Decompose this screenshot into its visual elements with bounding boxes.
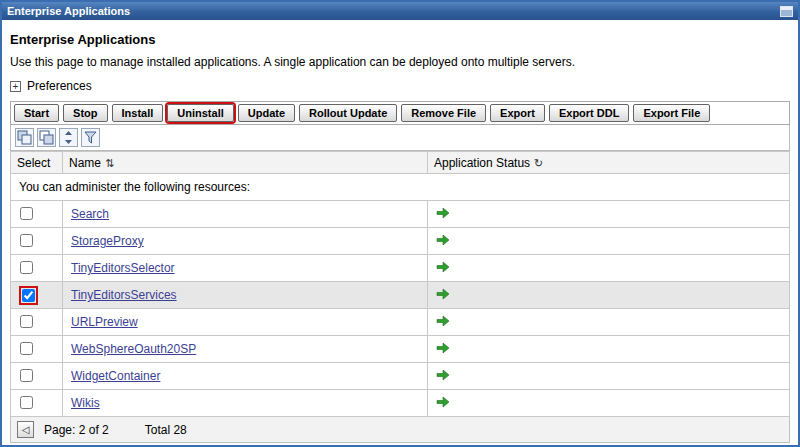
table-caption-row: You can administer the following resourc… bbox=[11, 174, 790, 201]
status-started-icon bbox=[436, 316, 450, 330]
table-toolbar bbox=[10, 125, 790, 151]
app-link[interactable]: Search bbox=[71, 207, 109, 221]
hide-filter-icon[interactable] bbox=[81, 128, 100, 147]
sort-name-icon[interactable]: ⇅ bbox=[105, 157, 114, 169]
app-link[interactable]: Wikis bbox=[71, 396, 100, 410]
row-checkbox[interactable] bbox=[20, 234, 33, 247]
previous-page-button[interactable]: ◁ bbox=[17, 421, 34, 438]
table-row: WebSphereOauth20SP bbox=[11, 336, 790, 363]
status-started-icon bbox=[436, 289, 450, 303]
titlebar-window-icon[interactable] bbox=[780, 6, 793, 17]
page-indicator: Page: 2 of 2 bbox=[44, 423, 109, 437]
export-ddl-button[interactable]: Export DDL bbox=[549, 104, 630, 122]
table-caption: You can administer the following resourc… bbox=[11, 174, 790, 201]
action-toolbar: Start Stop Install Uninstall Update Roll… bbox=[10, 101, 790, 125]
table-row: WidgetContainer bbox=[11, 363, 790, 390]
row-checkbox[interactable] bbox=[20, 396, 33, 409]
stop-button[interactable]: Stop bbox=[63, 104, 107, 122]
app-link[interactable]: WebSphereOauth20SP bbox=[71, 342, 196, 356]
column-header-name: Name⇅ bbox=[63, 152, 428, 174]
preferences-label: Preferences bbox=[27, 79, 92, 93]
status-started-icon bbox=[436, 370, 450, 384]
table-row: TinyEditorsServices bbox=[11, 282, 790, 309]
applications-table: Select Name⇅ Application Status↻ You can… bbox=[10, 151, 790, 417]
table-row: StorageProxy bbox=[11, 228, 790, 255]
app-link[interactable]: StorageProxy bbox=[71, 234, 144, 248]
app-link[interactable]: URLPreview bbox=[71, 315, 138, 329]
page-description: Use this page to manage installed applic… bbox=[10, 55, 790, 69]
column-header-status: Application Status↻ bbox=[428, 152, 790, 174]
start-button[interactable]: Start bbox=[14, 104, 59, 122]
status-started-icon bbox=[436, 235, 450, 249]
console-window: Enterprise Applications Enterprise Appli… bbox=[0, 0, 800, 447]
uninstall-button[interactable]: Uninstall bbox=[167, 104, 233, 122]
window-title: Enterprise Applications bbox=[7, 2, 130, 20]
page-title: Enterprise Applications bbox=[10, 32, 790, 47]
expand-plus-icon[interactable] bbox=[10, 81, 21, 92]
status-started-icon bbox=[436, 397, 450, 411]
show-filter-icon[interactable] bbox=[59, 128, 78, 147]
row-checkbox[interactable] bbox=[20, 369, 33, 382]
column-header-select: Select bbox=[11, 152, 63, 174]
table-row: Wikis bbox=[11, 390, 790, 417]
pagination-bar: ◁ Page: 2 of 2 Total 28 bbox=[10, 417, 790, 443]
row-checkbox[interactable] bbox=[20, 342, 33, 355]
status-started-icon bbox=[436, 343, 450, 357]
deselect-all-icon[interactable] bbox=[37, 128, 56, 147]
export-button[interactable]: Export bbox=[490, 104, 545, 122]
row-checkbox[interactable] bbox=[20, 261, 33, 274]
export-file-button[interactable]: Export File bbox=[633, 104, 710, 122]
select-all-icon[interactable] bbox=[15, 128, 34, 147]
app-link[interactable]: WidgetContainer bbox=[71, 369, 160, 383]
update-button[interactable]: Update bbox=[238, 104, 295, 122]
window-titlebar: Enterprise Applications bbox=[2, 2, 798, 20]
preferences-section[interactable]: Preferences bbox=[10, 79, 790, 93]
app-link[interactable]: TinyEditorsServices bbox=[71, 288, 177, 302]
table-row: Search bbox=[11, 201, 790, 228]
table-row: URLPreview bbox=[11, 309, 790, 336]
page-content: Enterprise Applications Use this page to… bbox=[2, 20, 798, 443]
rollout-update-button[interactable]: Rollout Update bbox=[299, 104, 397, 122]
row-checkbox[interactable] bbox=[20, 207, 33, 220]
total-count: Total 28 bbox=[145, 423, 187, 437]
row-checkbox[interactable] bbox=[22, 289, 35, 302]
status-started-icon bbox=[436, 262, 450, 276]
row-checkbox[interactable] bbox=[20, 315, 33, 328]
install-button[interactable]: Install bbox=[112, 104, 164, 122]
status-started-icon bbox=[436, 208, 450, 222]
table-row: TinyEditorsSelector bbox=[11, 255, 790, 282]
remove-file-button[interactable]: Remove File bbox=[401, 104, 486, 122]
sort-status-icon[interactable]: ↻ bbox=[534, 157, 543, 169]
app-link[interactable]: TinyEditorsSelector bbox=[71, 261, 175, 275]
